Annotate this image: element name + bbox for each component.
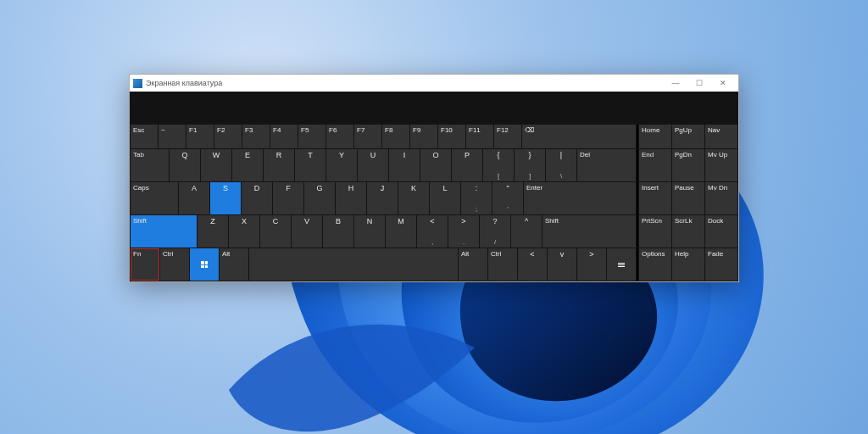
key-o[interactable]: O [420, 149, 451, 181]
key-down-arrow[interactable]: v [548, 248, 576, 281]
key-f7[interactable]: F7 [354, 125, 381, 148]
key-f8[interactable]: F8 [382, 125, 409, 148]
key-t[interactable]: T [295, 149, 326, 181]
key-slash[interactable]: ?/ [480, 215, 510, 248]
key-help[interactable]: Help [672, 248, 704, 281]
key-caps[interactable]: Caps [131, 182, 178, 214]
key-tilde[interactable]: ~ [159, 125, 186, 148]
key-a[interactable]: A [179, 182, 209, 214]
key-pause[interactable]: Pause [672, 182, 704, 214]
key-v[interactable]: V [292, 215, 322, 248]
app-icon [133, 79, 142, 88]
key-quote[interactable]: "' [492, 182, 523, 214]
key-f12[interactable]: F12 [494, 125, 521, 148]
key-esc[interactable]: Esc [131, 125, 158, 148]
key-l[interactable]: L [430, 182, 460, 214]
key-r[interactable]: R [264, 149, 294, 181]
key-left-alt[interactable]: Alt [220, 248, 248, 281]
backspace-icon: ⌫ [525, 126, 633, 134]
key-left-bracket[interactable]: {[ [483, 149, 514, 181]
key-left-shift[interactable]: Shift [131, 215, 197, 248]
key-right-alt[interactable]: Alt [459, 248, 487, 281]
row-bottom: Fn Ctrl Alt Alt Ctrl < v > Options Help … [131, 248, 737, 281]
key-insert[interactable]: Insert [639, 182, 671, 214]
key-n[interactable]: N [354, 215, 385, 248]
key-w[interactable]: W [201, 149, 231, 181]
key-f4[interactable]: F4 [270, 125, 298, 148]
close-button[interactable]: ✕ [711, 75, 735, 92]
key-b[interactable]: B [323, 215, 353, 248]
key-f11[interactable]: F11 [466, 125, 493, 148]
key-pgup[interactable]: PgUp [672, 125, 704, 148]
key-right-arrow[interactable]: > [577, 248, 606, 281]
key-p[interactable]: P [452, 149, 482, 181]
key-f1[interactable]: F1 [186, 125, 214, 148]
key-options[interactable]: Options [639, 248, 671, 281]
context-menu-icon [618, 263, 625, 267]
key-period[interactable]: >. [448, 215, 479, 248]
key-q[interactable]: Q [170, 149, 200, 181]
key-u[interactable]: U [358, 149, 388, 181]
key-f3[interactable]: F3 [242, 125, 270, 148]
key-y[interactable]: Y [326, 149, 357, 181]
row-function: Esc ~ F1 F2 F3 F4 F5 F6 F7 F8 F9 F10 F11… [131, 125, 737, 148]
key-f2[interactable]: F2 [214, 125, 242, 148]
key-c[interactable]: C [260, 215, 291, 248]
key-j[interactable]: J [367, 182, 398, 214]
key-mvup[interactable]: Mv Up [705, 149, 737, 181]
key-enter[interactable]: Enter [524, 182, 636, 214]
row-asdf: Caps A S D F G H J K L :; "' Enter Inser… [131, 182, 737, 214]
key-s[interactable]: S [210, 182, 241, 214]
key-prtscn[interactable]: PrtScn [639, 215, 671, 248]
key-nav[interactable]: Nav [705, 125, 737, 148]
osk-window: Экранная клавиатура — ☐ ✕ Esc ~ F1 F2 F3… [129, 74, 739, 282]
key-end[interactable]: End [639, 149, 671, 181]
key-f9[interactable]: F9 [410, 125, 437, 148]
key-g[interactable]: G [304, 182, 335, 214]
window-title: Экранная клавиатура [146, 79, 664, 87]
key-f10[interactable]: F10 [438, 125, 465, 148]
key-f5[interactable]: F5 [298, 125, 326, 148]
key-left-arrow[interactable]: < [518, 248, 547, 281]
key-d[interactable]: D [242, 182, 272, 214]
key-m[interactable]: M [386, 215, 416, 248]
windows-logo-icon [201, 261, 208, 268]
key-comma[interactable]: <, [417, 215, 448, 248]
keyboard-header-strip [131, 92, 737, 125]
key-backspace[interactable]: ⌫ [522, 125, 636, 148]
key-fn[interactable]: Fn [131, 248, 159, 281]
key-i[interactable]: I [389, 149, 420, 181]
key-space[interactable] [249, 248, 458, 281]
key-tab[interactable]: Tab [131, 149, 169, 181]
key-mvdn[interactable]: Mv Dn [705, 182, 737, 214]
key-right-ctrl[interactable]: Ctrl [488, 248, 517, 281]
titlebar: Экранная клавиатура — ☐ ✕ [130, 75, 738, 92]
key-scrlk[interactable]: ScrLk [672, 215, 704, 248]
keyboard-body: Esc ~ F1 F2 F3 F4 F5 F6 F7 F8 F9 F10 F11… [130, 92, 738, 281]
key-h[interactable]: H [336, 182, 366, 214]
minimize-button[interactable]: — [664, 75, 687, 92]
key-fade[interactable]: Fade [705, 248, 737, 281]
key-context-menu[interactable] [607, 248, 636, 281]
key-win[interactable] [190, 248, 219, 281]
key-home[interactable]: Home [639, 125, 671, 148]
key-right-bracket[interactable]: }] [515, 149, 545, 181]
key-del[interactable]: Del [577, 149, 636, 181]
key-z[interactable]: Z [198, 215, 228, 248]
key-left-ctrl[interactable]: Ctrl [160, 248, 189, 281]
key-k[interactable]: K [398, 182, 429, 214]
key-dock[interactable]: Dock [705, 215, 737, 248]
row-qwerty: Tab Q W E R T Y U I O P {[ }] |\ Del End… [131, 149, 737, 181]
row-zxcv: Shift Z X C V B N M <, >. ?/ ^ Shift Prt… [131, 215, 737, 248]
key-semicolon[interactable]: :; [461, 182, 492, 214]
key-pgdn[interactable]: PgDn [672, 149, 704, 181]
maximize-button[interactable]: ☐ [687, 75, 711, 92]
key-up-arrow[interactable]: ^ [511, 215, 542, 248]
key-backslash[interactable]: |\ [546, 149, 576, 181]
key-f6[interactable]: F6 [326, 125, 353, 148]
key-f[interactable]: F [273, 182, 303, 214]
key-x[interactable]: X [229, 215, 259, 248]
key-e[interactable]: E [232, 149, 263, 181]
window-controls: — ☐ ✕ [664, 75, 735, 92]
key-right-shift[interactable]: Shift [542, 215, 636, 248]
